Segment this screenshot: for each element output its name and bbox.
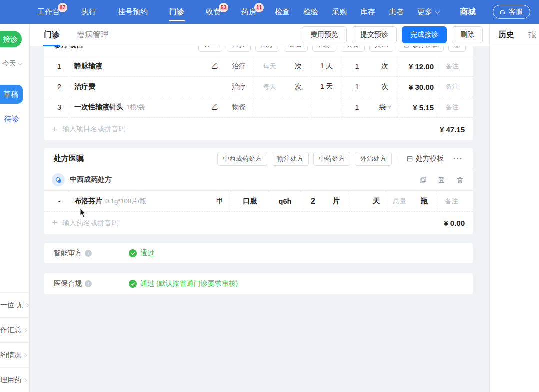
remark-link[interactable]: 备注 <box>437 97 467 117</box>
price-value: ¥ 30.00 <box>399 77 437 97</box>
nav-item-inventory[interactable]: 库存 <box>360 0 375 24</box>
category-button-other[interactable]: 其他 <box>369 46 393 52</box>
nav-item-lab-test[interactable]: 检验 <box>303 0 318 24</box>
nav-item-outpatient[interactable]: 门诊 <box>169 0 184 24</box>
nav-item-execute[interactable]: 执行 <box>81 0 96 24</box>
fee-preview-button[interactable]: 费用预览 <box>302 26 347 43</box>
remark-link[interactable]: 备注 <box>437 56 467 76</box>
trash-icon[interactable] <box>456 176 464 184</box>
treatment-card-title: 诊疗项目 <box>54 46 84 52</box>
item-name[interactable]: 一次性输液针头 1根/袋 <box>69 97 204 117</box>
frequency-field[interactable]: 每天 <box>252 56 287 76</box>
nav-item-examination[interactable]: 检查 <box>275 0 290 24</box>
unit-field[interactable]: 次 <box>371 56 399 76</box>
sidebar-item-appointments[interactable]: 约情况 <box>0 342 29 367</box>
category-button-treatment[interactable]: 治疗 <box>255 46 279 52</box>
western-medicine-rx-button[interactable]: 中西成药处方 <box>217 152 267 166</box>
remark-link[interactable]: 备注 <box>436 191 467 211</box>
total-quantity-field[interactable]: 总量 <box>386 191 413 211</box>
frequency-field[interactable] <box>252 97 287 117</box>
support-label: 客服 <box>509 7 523 16</box>
submit-prediagnosis-button[interactable]: 提交预诊 <box>352 26 397 43</box>
more-options-button[interactable]: ··· <box>450 154 466 163</box>
category-button-lab[interactable]: 检验 <box>227 46 251 52</box>
quantity-field[interactable]: 1 <box>343 56 371 76</box>
category-button-package[interactable]: 套餐 <box>341 46 365 52</box>
treatment-row[interactable]: 3 一次性输液针头 1根/袋 乙 物资 1 袋 ¥ 5.15 <box>44 97 473 118</box>
template-icon <box>403 46 410 48</box>
sidebar-item-work-summary[interactable]: 作汇总 <box>0 317 29 342</box>
nav-label: 门诊 <box>169 7 184 17</box>
copy-icon[interactable] <box>419 176 427 184</box>
days-field[interactable] <box>310 97 343 117</box>
insurance-compliance-card: 医保合规 i 通过 (默认按普通门诊要求审核) <box>44 273 473 294</box>
nav-item-workbench[interactable]: 工作台 87 <box>37 0 60 24</box>
treatment-row[interactable]: 2 治疗费 治疗 每天 次 1 天 1 次 ¥ 30.00 备注 <box>44 77 473 97</box>
nav-item-patients[interactable]: 患者 <box>389 0 404 24</box>
sidebar-item-rational-medication[interactable]: 理用药 <box>0 367 29 392</box>
draft-tab-button[interactable]: 草稿 <box>0 85 23 104</box>
drug-name[interactable]: 布洛芬片 0.1g*100片/瓶 <box>69 191 209 211</box>
tab-chronic-disease[interactable]: 慢病管理 <box>77 24 109 46</box>
tab-report[interactable]: 报 <box>528 30 536 40</box>
treatment-row[interactable]: 1 静脉输液 乙 治疗 每天 次 1 天 1 次 ¥ 12.00 备注 <box>44 56 473 77</box>
frequency-field[interactable]: q6h <box>269 191 301 211</box>
frequency-field[interactable]: 每天 <box>252 77 287 97</box>
prescription-template-button[interactable]: 处方模板 <box>404 152 446 166</box>
nav-item-registration[interactable]: 挂号预约 <box>118 0 148 24</box>
dose-field[interactable]: 2 <box>301 191 325 211</box>
quantity-field[interactable]: 1 <box>343 97 371 117</box>
delete-button[interactable]: 删除 <box>452 26 483 43</box>
treatment-template-button[interactable]: 诊疗模板 <box>398 46 444 52</box>
customer-support-button[interactable]: 客服 <box>493 5 530 19</box>
route-field[interactable]: 口服 <box>231 191 269 211</box>
receive-patient-button[interactable]: 接诊 <box>0 31 22 47</box>
days-field[interactable]: 1 天 <box>310 56 343 76</box>
category-button-exam[interactable]: 检查 <box>198 46 222 52</box>
drug-row[interactable]: - 布洛芬片 0.1g*100片/瓶 甲 口服 q6h 2 片 天 总量 瓶 备 <box>44 191 473 212</box>
nav-item-more[interactable]: 更多 <box>417 0 439 24</box>
finish-reception-button[interactable]: 完成接诊 <box>402 26 447 43</box>
unit-dropdown[interactable]: 袋 <box>371 97 399 117</box>
remark-link[interactable]: 备注 <box>437 77 467 97</box>
external-treatment-rx-button[interactable]: 外治处方 <box>355 152 392 166</box>
category-button-disposal[interactable]: 处置 <box>284 46 308 52</box>
chinese-medicine-rx-button[interactable]: 中药处方 <box>313 152 350 166</box>
grid-icon <box>454 46 460 48</box>
infusion-rx-button[interactable]: 输注处方 <box>272 152 309 166</box>
date-filter[interactable]: 今天 <box>2 59 29 68</box>
days-field[interactable]: 1 天 <box>310 77 343 97</box>
prescription-card: 处方医嘱 中西成药处方 输注处方 中药处方 外治处方 处方模板 <box>44 148 473 234</box>
grid-view-button[interactable] <box>448 46 466 52</box>
info-icon[interactable]: i <box>85 250 92 257</box>
days-field[interactable]: 天 <box>348 191 386 211</box>
frequency-unit[interactable]: 次 <box>287 77 310 97</box>
drug-search-input[interactable]: 输入药名或拼音码 <box>62 219 444 228</box>
row-index: 3 <box>50 97 69 117</box>
save-icon[interactable] <box>438 176 445 184</box>
total-unit[interactable]: 瓶 <box>413 191 436 211</box>
dose-unit[interactable]: 片 <box>325 191 348 211</box>
nav-item-purchase[interactable]: 采购 <box>332 0 347 24</box>
nav-item-pharmacy[interactable]: 药房 11 <box>241 0 256 24</box>
frequency-unit[interactable] <box>287 97 310 117</box>
category-button-consumables[interactable]: 耗材 <box>312 46 336 52</box>
tab-history[interactable]: 历史 <box>498 30 514 40</box>
quantity-field[interactable]: 1 <box>343 77 371 97</box>
unit-field[interactable]: 次 <box>371 77 399 97</box>
info-icon[interactable]: i <box>85 280 92 287</box>
notification-badge: 53 <box>219 3 228 12</box>
waiting-list-tab[interactable]: 待诊 <box>4 114 29 124</box>
item-name[interactable]: 静脉输液 <box>69 56 204 76</box>
notification-badge: 87 <box>58 3 67 12</box>
status-text: 通过 (默认按普通门诊要求审核) <box>140 279 238 288</box>
item-name[interactable]: 治疗费 <box>69 77 204 97</box>
tab-outpatient[interactable]: 门诊 <box>44 24 60 46</box>
treatment-search-input[interactable]: 输入项目名或拼音码 <box>62 125 440 134</box>
nav-item-charge[interactable]: 收费 53 <box>206 0 221 24</box>
insurance-compliance-label: 医保合规 <box>54 279 82 288</box>
chevron-down-icon <box>435 9 440 14</box>
frequency-unit[interactable]: 次 <box>287 56 310 76</box>
sidebar-item-next-patient[interactable]: 一位 无 <box>0 292 29 317</box>
nav-item-mall[interactable]: 商城 <box>460 0 476 24</box>
